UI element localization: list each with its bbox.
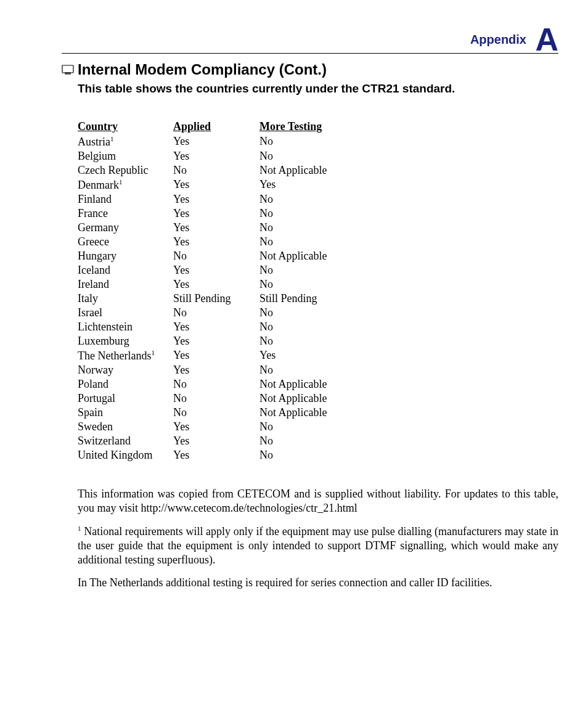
table-row: SwedenYesNo <box>78 420 370 434</box>
cell-country: Austria1 <box>78 134 173 149</box>
footnote-marker: 1 <box>119 178 123 186</box>
cell-more-testing: No <box>259 221 370 235</box>
page-title: Internal Modem Compliancy (Cont.) <box>78 61 327 78</box>
footnote-marker: 1 <box>151 349 155 356</box>
cell-more-testing: No <box>259 207 370 221</box>
table-row: PortugalNoNot Applicable <box>78 391 370 406</box>
cell-country: Iceland <box>78 263 173 277</box>
cell-country: Luxemburg <box>78 334 173 348</box>
cell-more-testing: No <box>259 363 370 377</box>
cell-country: Portugal <box>78 391 173 406</box>
cell-more-testing: No <box>259 306 370 320</box>
notes-section: This information was copied from CETECOM… <box>78 487 558 590</box>
footnote-marker: 1 <box>110 135 114 142</box>
table-row: SpainNoNot Applicable <box>78 406 370 420</box>
cell-country: Denmark1 <box>78 178 173 192</box>
table-row: Czech RepublicNoNot Applicable <box>78 163 370 178</box>
cell-applied: Yes <box>173 263 259 277</box>
cell-country: Lichtenstein <box>78 320 173 334</box>
cell-applied: Yes <box>173 363 259 377</box>
cell-applied: Yes <box>173 192 259 207</box>
cell-more-testing: No <box>259 192 370 207</box>
cell-more-testing: Not Applicable <box>259 391 370 406</box>
cell-more-testing: Still Pending <box>259 292 370 306</box>
table-row: PolandNoNot Applicable <box>78 377 370 391</box>
cell-more-testing: Not Applicable <box>259 163 370 178</box>
cell-applied: Yes <box>173 149 259 163</box>
cell-applied: Still Pending <box>173 292 259 306</box>
footnote-text: National requirements will apply only if… <box>78 525 558 566</box>
cell-country: Finland <box>78 192 173 207</box>
cell-country: Ireland <box>78 277 173 292</box>
page-subtitle: This table shows the countries currently… <box>78 82 558 96</box>
cell-applied: No <box>173 391 259 406</box>
note-source: This information was copied from CETECOM… <box>78 487 558 515</box>
document-icon <box>62 65 74 75</box>
table-row: ItalyStill PendingStill Pending <box>78 292 370 306</box>
cell-more-testing: No <box>259 263 370 277</box>
table-row: Austria1YesNo <box>78 134 370 149</box>
cell-applied: Yes <box>173 221 259 235</box>
svg-rect-1 <box>65 73 70 74</box>
cell-country: Hungary <box>78 249 173 263</box>
cell-applied: Yes <box>173 434 259 448</box>
cell-more-testing: No <box>259 420 370 434</box>
appendix-letter: A <box>535 23 558 55</box>
table-row: United KingdomYesNo <box>78 448 370 462</box>
table-row: IsraelNoNo <box>78 306 370 320</box>
cell-more-testing: No <box>259 149 370 163</box>
table-row: NorwayYesNo <box>78 363 370 377</box>
header-applied: Applied <box>173 120 259 134</box>
compliancy-table: Country Applied More Testing Austria1Yes… <box>78 120 558 462</box>
cell-more-testing: Not Applicable <box>259 406 370 420</box>
cell-applied: Yes <box>173 178 259 192</box>
appendix-label: Appendix <box>470 33 526 47</box>
cell-applied: Yes <box>173 235 259 249</box>
page-header: Appendix A <box>62 18 558 54</box>
cell-more-testing: Not Applicable <box>259 249 370 263</box>
cell-applied: Yes <box>173 448 259 462</box>
cell-country: France <box>78 207 173 221</box>
cell-country: Poland <box>78 377 173 391</box>
cell-more-testing: No <box>259 334 370 348</box>
cell-applied: Yes <box>173 134 259 149</box>
cell-country: Spain <box>78 406 173 420</box>
cell-more-testing: Not Applicable <box>259 377 370 391</box>
cell-applied: No <box>173 406 259 420</box>
cell-country: Belgium <box>78 149 173 163</box>
cell-applied: No <box>173 306 259 320</box>
cell-more-testing: Yes <box>259 348 370 363</box>
cell-country: The Netherlands1 <box>78 348 173 363</box>
table-row: IcelandYesNo <box>78 263 370 277</box>
table-row: SwitzerlandYesNo <box>78 434 370 448</box>
cell-more-testing: No <box>259 448 370 462</box>
cell-country: Sweden <box>78 420 173 434</box>
header-more-testing: More Testing <box>259 120 370 134</box>
table-row: LichtensteinYesNo <box>78 320 370 334</box>
table-row: BelgiumYesNo <box>78 149 370 163</box>
cell-country: Israel <box>78 306 173 320</box>
note-footnote-1: 1 National requirements will apply only … <box>78 524 558 567</box>
table-row: GermanyYesNo <box>78 221 370 235</box>
cell-country: Norway <box>78 363 173 377</box>
cell-more-testing: No <box>259 320 370 334</box>
cell-applied: No <box>173 163 259 178</box>
cell-applied: No <box>173 377 259 391</box>
cell-country: Germany <box>78 221 173 235</box>
cell-country: Greece <box>78 235 173 249</box>
cell-country: Switzerland <box>78 434 173 448</box>
cell-applied: Yes <box>173 348 259 363</box>
cell-country: Italy <box>78 292 173 306</box>
table-row: FranceYesNo <box>78 207 370 221</box>
cell-more-testing: Yes <box>259 178 370 192</box>
cell-country: Czech Republic <box>78 163 173 178</box>
table-row: Denmark1YesYes <box>78 178 370 192</box>
cell-more-testing: No <box>259 134 370 149</box>
title-row: Internal Modem Compliancy (Cont.) <box>62 61 558 78</box>
cell-applied: Yes <box>173 207 259 221</box>
svg-rect-0 <box>62 65 73 73</box>
table-row: HungaryNoNot Applicable <box>78 249 370 263</box>
cell-more-testing: No <box>259 277 370 292</box>
table-row: The Netherlands1YesYes <box>78 348 370 363</box>
table-row: GreeceYesNo <box>78 235 370 249</box>
